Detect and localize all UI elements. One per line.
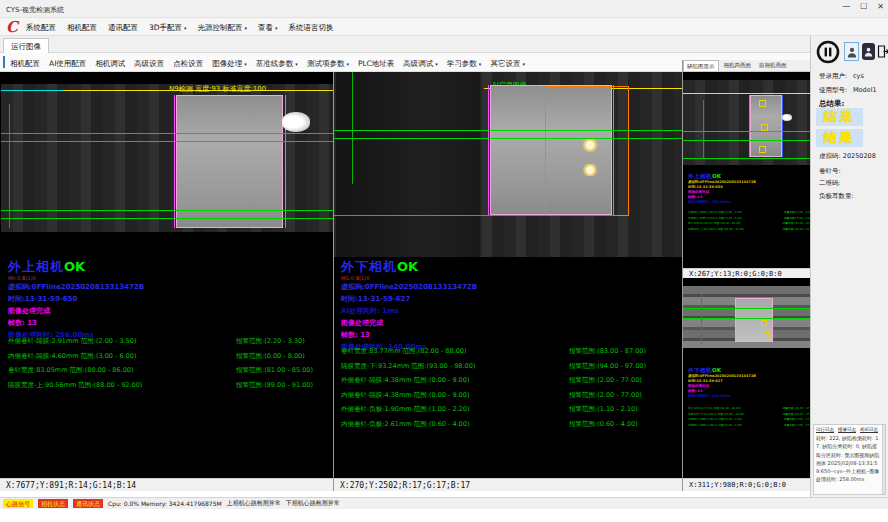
- menu-bar: C 系统配置 相机配置 通讯配置 3D手配置▾ 光源控制配置▾ 查看▾ 系统语言…: [0, 18, 888, 36]
- defect-marker: [761, 320, 767, 326]
- chevron-down-icon: ▾: [275, 25, 278, 31]
- camera-info-left: 外上相机OK M0:0,B(1)0 虚拟码:0FFline20250208133…: [8, 256, 144, 341]
- coord-readout-left: X:7677;Y:891;R:14;G:14;B:14: [0, 478, 333, 491]
- user-lock-button[interactable]: [862, 43, 875, 60]
- tool-test-params[interactable]: 测试项参数▾: [307, 59, 349, 69]
- log-tab-camera[interactable]: 相机日志: [860, 427, 878, 432]
- menu-camera-config[interactable]: 相机配置: [67, 23, 97, 33]
- status-ok: OK: [397, 259, 418, 274]
- mini-measurements-bottom: 卷针宽度:83.77mm 范围:(82.00 - 88.00)报警范围:(83.…: [688, 406, 810, 428]
- chevron-down-icon: ▾: [479, 61, 482, 67]
- measurement-row: 外侧卷针-负极:1.90mm 范围:(1.00 - 2.20)报警范围:(1.1…: [341, 402, 681, 417]
- user-lock-icon: [864, 46, 873, 57]
- maximize-button[interactable]: ☐: [860, 2, 867, 11]
- login-user-button[interactable]: [844, 42, 859, 61]
- logout-button[interactable]: [877, 42, 888, 61]
- model-label: 使用型号:: [819, 86, 847, 95]
- tab-run-image[interactable]: 运行图像: [3, 38, 49, 53]
- measure-line: [683, 308, 810, 309]
- tool-baseline-params[interactable]: 基准线参数▾: [256, 59, 298, 69]
- overlay-line: [683, 93, 810, 94]
- mini-info-bottom: 外下相机OK 虚拟码:0FFline2025020813313472B 时间:1…: [688, 364, 810, 399]
- pause-button[interactable]: [815, 39, 841, 65]
- menu-view[interactable]: 查看▾: [258, 23, 278, 33]
- menu-light-config[interactable]: 光源控制配置▾: [198, 23, 248, 33]
- measurement-row: 外侧卷针-隔膜:2.91mm 范围:(2.00 - 3.50)报警范围:(2.2…: [8, 334, 330, 349]
- measure-line: [352, 72, 353, 184]
- camera-image-middle: AI启用图像: [334, 72, 682, 257]
- edge-line: [749, 95, 750, 157]
- measurement-row: 外侧卷针-隔膜:4.38mm 范围:(0.00 - 9.00)报警范围:(2.0…: [341, 373, 681, 388]
- frames-line: 帧数: 13: [8, 317, 144, 329]
- virtual-code-label: 虚拟码: 20250208: [819, 152, 876, 161]
- measure-line: [1, 210, 333, 211]
- tool-ai-config[interactable]: AI使用配置: [49, 59, 86, 69]
- tool-learning-params[interactable]: 学习参数▾: [447, 59, 482, 69]
- measure-line: [334, 215, 614, 216]
- tab-camera-view-2[interactable]: 前相机画面: [756, 60, 790, 71]
- tool-spot-check[interactable]: 点检设置: [173, 59, 203, 69]
- mini-view-top: 外上相机OK 虚拟码:0FFline2025020813313472B 时间:1…: [683, 72, 810, 268]
- measurement-row: 内侧卷针-隔膜:4.38mm 范围:(0.00 - 9.00)报警范围:(2.0…: [341, 388, 681, 403]
- tab-glow: [582, 164, 598, 176]
- tab-camera-view-1[interactable]: 相机内画面: [721, 60, 755, 71]
- camera-title: 外上相机: [8, 259, 64, 274]
- mini-info-top: 外上相机OK 虚拟码:0FFline2025020813313472B 时间:1…: [688, 170, 810, 205]
- menu-system-config[interactable]: 系统配置: [26, 23, 56, 33]
- measurements-left: 外侧卷针-隔膜:2.91mm 范围:(2.00 - 3.50)报警范围:(2.2…: [8, 334, 330, 392]
- connector-blob: [282, 112, 310, 132]
- camera-panel-left: N9检测 宽度:93 标准宽度:100 外上相机OK M0:0,B(1)0 虚拟…: [1, 72, 333, 478]
- tool-camera-config[interactable]: 相机配置: [10, 59, 40, 69]
- measure-line: [1, 141, 333, 142]
- log-tab-alarm[interactable]: 报警日志: [838, 427, 856, 432]
- frames-line: 帧数: 13: [341, 329, 477, 341]
- chevron-down-icon: ▾: [435, 61, 438, 67]
- defect-view-tabs: 缺陷图显示 相机内画面 前相机画面: [683, 60, 810, 72]
- menu-comm-config[interactable]: 通讯配置: [108, 23, 138, 33]
- measure-line: [701, 294, 702, 344]
- measurements-middle: 卷针宽度:83.77mm 范围:(82.00 - 88.00)报警范围:(83.…: [341, 344, 681, 431]
- exit-door-icon: [877, 44, 888, 59]
- defect-marker: [759, 146, 766, 153]
- defect-marker: [759, 100, 766, 107]
- pause-icon: [816, 40, 840, 64]
- done-line: 图像处理完成: [8, 305, 144, 317]
- coord-readout-mini-bottom: X:311;Y:980;R:0;G:0;B:0: [683, 478, 810, 491]
- edge-line: [782, 95, 783, 157]
- edge-line: [174, 95, 175, 228]
- tab-defect-display[interactable]: 缺陷图显示: [683, 60, 719, 71]
- minimize-button[interactable]: —: [842, 2, 850, 11]
- measure-line: [703, 100, 704, 158]
- result-badge-1: 结果: [816, 108, 863, 126]
- log-tabs: 运行日志 报警日志 相机日志: [814, 425, 885, 433]
- tool-advanced-debug[interactable]: 高级调试▾: [403, 59, 438, 69]
- log-text: 耗时: 222, 缺陷检测耗时: 17, 缺陷分类耗时: 0, 缺陷提取分区耗时…: [814, 433, 885, 484]
- log-scrollbar[interactable]: [882, 425, 885, 494]
- close-button[interactable]: ✕: [877, 2, 884, 11]
- measurement-row: 隔膜宽度-下:93.24mm 范围:(93.00 - 98.00)报警范围:(9…: [341, 359, 681, 374]
- time-line: 时间:13-31-59-650: [8, 293, 144, 305]
- coord-readout-mini-top: X:267;Y:13;R:0;G:0;B:0: [683, 268, 810, 278]
- status-bar: 心跳信号 相机状态 通讯状态 Cpu: 0.0% Memory: 3424.41…: [0, 497, 888, 509]
- done-line: 图像处理完成: [341, 317, 477, 329]
- log-tab-run[interactable]: 运行日志: [816, 427, 834, 432]
- log-panel: 运行日志 报警日志 相机日志 耗时: 222, 缺陷检测耗时: 17, 缺陷分类…: [813, 424, 886, 495]
- heartbeat-badge: 心跳信号: [3, 499, 33, 508]
- measure-line: [9, 104, 10, 228]
- tool-plc-table[interactable]: PLC地址表: [358, 59, 394, 69]
- tool-image-processing[interactable]: 图像处理▾: [212, 59, 247, 69]
- qr-code-label: 二维码:: [819, 179, 841, 188]
- measurement-row: 隔膜宽度-上:90.56mm 范围:(88.00 - 92.00)报警范围:(8…: [8, 378, 330, 393]
- tool-advanced-settings[interactable]: 高级设置: [134, 59, 164, 69]
- chevron-down-icon: ▾: [522, 61, 525, 67]
- mini-image: [683, 80, 810, 165]
- menu-language-switch[interactable]: 系统语言切换: [289, 23, 334, 33]
- result-badge-2: 结果: [816, 129, 863, 147]
- camera-title: 外下相机: [341, 259, 397, 274]
- measure-line: [334, 138, 682, 139]
- toolbar-accent: [3, 56, 5, 68]
- tool-camera-debug[interactable]: 相机调试: [95, 59, 125, 69]
- tool-other-settings[interactable]: 其它设置▾: [490, 59, 525, 69]
- menu-robot-config[interactable]: 3D手配置▾: [149, 23, 187, 33]
- app-window: CYS-视觉检测系统 — ☐ ✕ C 系统配置 相机配置 通讯配置 3D手配置▾…: [0, 0, 888, 522]
